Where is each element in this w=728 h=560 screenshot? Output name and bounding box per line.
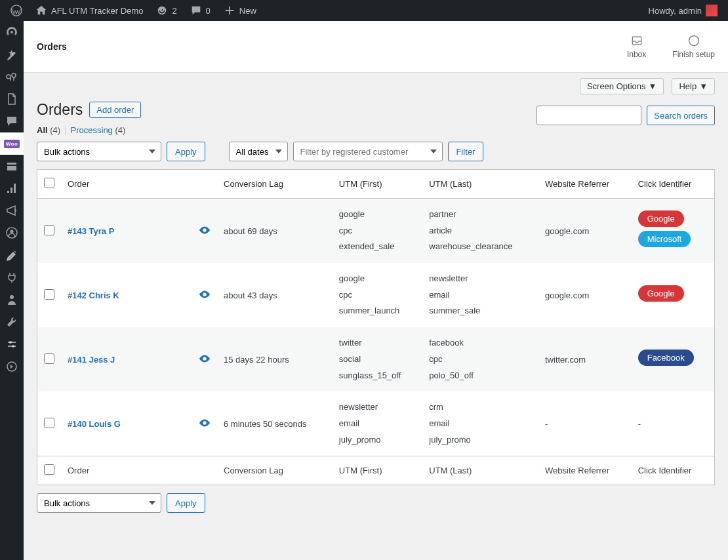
inbox-icon bbox=[630, 34, 643, 47]
search-input[interactable] bbox=[536, 106, 641, 125]
svg-point-3 bbox=[10, 295, 14, 299]
help-button[interactable]: Help ▼ bbox=[672, 78, 715, 94]
menu-collapse[interactable] bbox=[0, 355, 24, 378]
filter-all[interactable]: All (4) bbox=[37, 125, 60, 135]
lag-cell: about 43 days bbox=[217, 263, 333, 327]
status-filters: All (4) | Processing (4) bbox=[37, 125, 715, 135]
svg-point-6 bbox=[9, 341, 12, 344]
col-lag: Conversion Lag bbox=[217, 170, 333, 199]
preview-icon[interactable] bbox=[199, 226, 211, 236]
menu-media[interactable] bbox=[0, 66, 24, 88]
row-checkbox[interactable] bbox=[44, 418, 54, 428]
menu-woocommerce[interactable]: Woo bbox=[0, 132, 24, 155]
comments-link[interactable]: 0 bbox=[185, 0, 216, 21]
admin-bar: AFL UTM Tracker Demo 2 0 New Howdy, admi… bbox=[0, 0, 728, 21]
apply-button-bottom[interactable]: Apply bbox=[167, 493, 205, 513]
svg-point-7 bbox=[12, 345, 14, 348]
row-checkbox[interactable] bbox=[44, 289, 54, 300]
filter-button[interactable]: Filter bbox=[448, 142, 484, 161]
order-link[interactable]: #143 Tyra P bbox=[68, 226, 114, 236]
svg-point-10 bbox=[689, 36, 698, 46]
svg-rect-9 bbox=[632, 37, 641, 45]
menu-plugins[interactable] bbox=[0, 266, 24, 289]
utm-last-cell: partnerarticlewarehouse_clearance bbox=[422, 199, 538, 264]
page-title-small: Orders bbox=[37, 41, 67, 52]
dates-select[interactable]: All dates bbox=[229, 142, 288, 161]
click-cell: Facebook bbox=[632, 327, 715, 391]
click-badge: Facebook bbox=[638, 350, 694, 366]
click-badge: Google bbox=[638, 210, 684, 227]
menu-posts[interactable] bbox=[0, 43, 24, 66]
click-cell: GoogleMicrosoft bbox=[632, 199, 715, 264]
inbox-button[interactable]: Inbox bbox=[627, 34, 646, 59]
menu-marketing[interactable] bbox=[0, 199, 24, 222]
updates-link[interactable]: 2 bbox=[151, 0, 182, 21]
page-title: Orders bbox=[37, 101, 83, 119]
menu-users[interactable] bbox=[0, 289, 24, 311]
site-link[interactable]: AFL UTM Tracker Demo bbox=[30, 0, 148, 21]
avatar bbox=[706, 5, 718, 16]
finish-setup-button[interactable]: Finish setup bbox=[672, 34, 715, 59]
click-badge: Microsoft bbox=[638, 231, 691, 247]
lag-cell: about 69 days bbox=[217, 199, 333, 264]
utm-first-cell: newsletteremailjuly_promo bbox=[333, 391, 422, 456]
col-click: Click Identifier bbox=[632, 170, 715, 199]
lag-cell: 6 minutes 50 seconds bbox=[217, 391, 333, 456]
menu-settings[interactable] bbox=[0, 333, 24, 355]
col-utm-last: UTM (Last) bbox=[422, 170, 538, 199]
search-button[interactable]: Search orders bbox=[647, 106, 715, 125]
utm-first-cell: twittersocialsunglass_15_off bbox=[333, 327, 422, 391]
wp-logo[interactable] bbox=[5, 0, 28, 21]
referrer-cell: - bbox=[538, 391, 632, 456]
click-cell: Google bbox=[632, 263, 715, 327]
click-badge: Google bbox=[638, 285, 684, 302]
screen-options-button[interactable]: Screen Options ▼ bbox=[580, 78, 664, 94]
howdy-link[interactable]: Howdy, admin bbox=[643, 0, 723, 21]
col-utm-first: UTM (First) bbox=[333, 170, 422, 199]
menu-analytics[interactable] bbox=[0, 177, 24, 199]
apply-button-top[interactable]: Apply bbox=[167, 142, 205, 161]
preview-icon[interactable] bbox=[199, 355, 211, 365]
table-row[interactable]: #140 Louis G 6 minutes 50 seconds newsle… bbox=[37, 391, 715, 456]
referrer-cell: google.com bbox=[538, 263, 632, 327]
order-link[interactable]: #142 Chris K bbox=[68, 290, 119, 300]
woo-icon: Woo bbox=[4, 140, 20, 148]
add-order-button[interactable]: Add order bbox=[89, 102, 141, 118]
preview-icon[interactable] bbox=[199, 419, 211, 429]
menu-users-circle[interactable] bbox=[0, 222, 24, 244]
lag-cell: 15 days 22 hours bbox=[217, 327, 333, 391]
admin-sidebar: Woo bbox=[0, 21, 24, 560]
preview-icon[interactable] bbox=[199, 290, 211, 300]
bulk-actions-select[interactable]: Bulk actions bbox=[37, 142, 161, 161]
row-checkbox[interactable] bbox=[44, 353, 54, 364]
menu-appearance[interactable] bbox=[0, 244, 24, 266]
table-row[interactable]: #142 Chris K about 43 days googlecpcsumm… bbox=[37, 263, 715, 327]
table-row[interactable]: #141 Jess J 15 days 22 hours twittersoci… bbox=[37, 327, 715, 391]
utm-last-cell: crmemailjuly_promo bbox=[422, 391, 538, 456]
wc-header: Orders Inbox Finish setup bbox=[24, 21, 728, 73]
table-row[interactable]: #143 Tyra P about 69 days googlecpcexten… bbox=[37, 199, 715, 264]
menu-comments[interactable] bbox=[0, 110, 24, 132]
col-order[interactable]: Order bbox=[61, 170, 192, 199]
order-link[interactable]: #141 Jess J bbox=[68, 355, 115, 365]
referrer-cell: twitter.com bbox=[538, 327, 632, 391]
order-link[interactable]: #140 Louis G bbox=[68, 419, 121, 429]
finish-setup-icon bbox=[687, 34, 700, 47]
select-all-checkbox[interactable] bbox=[44, 178, 54, 188]
new-link[interactable]: New bbox=[218, 0, 262, 21]
row-checkbox[interactable] bbox=[44, 225, 54, 235]
utm-first-cell: googlecpcextended_sale bbox=[333, 199, 422, 264]
menu-pages[interactable] bbox=[0, 88, 24, 110]
menu-products[interactable] bbox=[0, 155, 24, 177]
select-all-checkbox-bottom[interactable] bbox=[44, 464, 54, 475]
svg-point-2 bbox=[10, 230, 14, 233]
utm-first-cell: googlecpcsummer_launch bbox=[333, 263, 422, 327]
col-referrer: Website Referrer bbox=[538, 170, 632, 199]
menu-tools[interactable] bbox=[0, 311, 24, 333]
filter-processing[interactable]: Processing (4) bbox=[71, 125, 126, 135]
main-content: Orders Inbox Finish setup Screen Options… bbox=[24, 21, 728, 560]
customer-filter-select[interactable]: Filter by registered customer bbox=[293, 142, 443, 161]
utm-last-cell: newsletteremailsummer_sale bbox=[422, 263, 538, 327]
menu-dashboard[interactable] bbox=[0, 21, 24, 43]
bulk-actions-select-bottom[interactable]: Bulk actions bbox=[37, 493, 161, 513]
